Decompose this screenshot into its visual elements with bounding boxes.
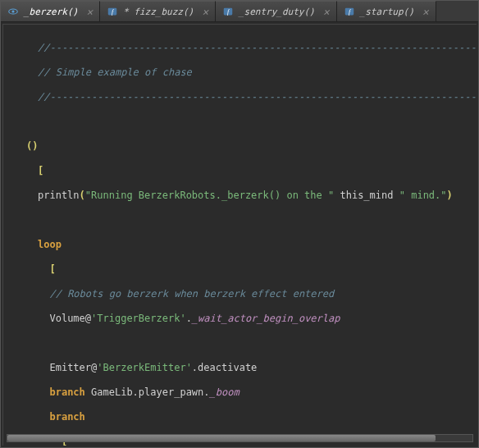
tab-fizzbuzz[interactable]: f * fizz_buzz() × bbox=[100, 1, 216, 21]
kw-branch: branch bbox=[49, 411, 84, 423]
member: _wait_actor_begin_overlap bbox=[192, 313, 340, 324]
function-icon: f bbox=[107, 6, 118, 17]
function-icon: f bbox=[344, 6, 355, 17]
close-icon[interactable]: × bbox=[86, 6, 93, 18]
string: "Running BerzerkRobots._berzerk() on the… bbox=[85, 190, 334, 201]
comment: //--------------------------------------… bbox=[38, 91, 477, 103]
tab-sentryduty[interactable]: f _sentry_duty() × bbox=[216, 1, 337, 21]
comment: // Robots go berzerk when berzerk effect… bbox=[49, 288, 334, 299]
comment: //--------------------------------------… bbox=[38, 42, 477, 53]
svg-point-1 bbox=[11, 10, 14, 12]
tab-label: * fizz_buzz() bbox=[123, 7, 194, 17]
eye-icon bbox=[7, 6, 19, 17]
tab-label: _berzerk() bbox=[24, 7, 78, 17]
tab-label: _startup() bbox=[360, 7, 414, 17]
close-icon[interactable]: × bbox=[202, 6, 208, 18]
tab-berzerk[interactable]: _berzerk() × bbox=[1, 1, 100, 21]
string: 'TriggerBerzerk' bbox=[91, 313, 186, 324]
string: 'BerzerkEmitter' bbox=[97, 362, 192, 373]
close-icon[interactable]: × bbox=[422, 6, 429, 18]
horizontal-scrollbar[interactable] bbox=[7, 434, 473, 442]
string: " mind." bbox=[399, 190, 447, 201]
paren: () bbox=[26, 140, 38, 152]
editor-window: _berzerk() × f * fizz_buzz() × f _sentry… bbox=[0, 0, 479, 448]
tab-startup[interactable]: f _startup() × bbox=[337, 1, 436, 21]
close-icon[interactable]: × bbox=[323, 6, 330, 18]
tab-bar: _berzerk() × f * fizz_buzz() × f _sentry… bbox=[1, 1, 478, 22]
bracket-open: [ bbox=[49, 263, 55, 275]
bracket-open: [ bbox=[38, 165, 43, 176]
code-editor[interactable]: //--------------------------------------… bbox=[2, 24, 477, 446]
kw-loop: loop bbox=[38, 239, 62, 250]
tab-label: _sentry_duty() bbox=[239, 7, 315, 17]
scrollbar-thumb[interactable] bbox=[7, 435, 436, 441]
fn-println: println bbox=[38, 190, 80, 201]
member: _boom bbox=[210, 386, 240, 398]
comment: // Simple example of chase bbox=[38, 66, 192, 78]
function-icon: f bbox=[222, 6, 234, 17]
